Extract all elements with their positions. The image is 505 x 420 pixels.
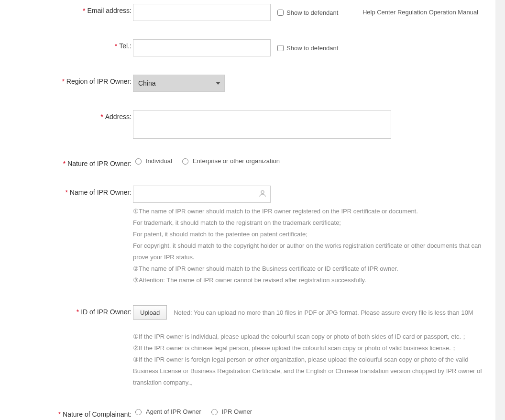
address-input[interactable] bbox=[133, 110, 391, 139]
chevron-down-icon bbox=[216, 82, 220, 85]
label-address: *Address: bbox=[0, 110, 133, 121]
name-input[interactable] bbox=[133, 186, 271, 203]
label-nature-complainant: *Nature of Complainant: bbox=[0, 408, 133, 418]
id-hints: ①If the IPR owner is individual, please … bbox=[133, 331, 492, 388]
nature-individual-label: Individual bbox=[146, 157, 172, 165]
user-icon bbox=[258, 189, 267, 199]
top-links: Help Center Regulation Operation Manual bbox=[362, 9, 478, 16]
show-to-defendant-tel-checkbox[interactable] bbox=[277, 45, 284, 51]
label-tel: *Tel.: bbox=[0, 39, 133, 50]
label-nature: *Nature of IPR Owner: bbox=[0, 157, 133, 167]
link-operation-manual[interactable]: Operation Manual bbox=[429, 9, 478, 16]
show-to-defendant-email[interactable]: Show to defendant bbox=[275, 8, 338, 17]
email-input[interactable] bbox=[133, 4, 271, 21]
show-to-defendant-email-checkbox[interactable] bbox=[277, 10, 284, 16]
label-id: *ID of IPR Owner: bbox=[0, 305, 133, 316]
complainant-agent-radio[interactable] bbox=[135, 409, 142, 415]
name-hints: ①The name of IPR owner should match to t… bbox=[133, 206, 492, 286]
upload-button[interactable]: Upload bbox=[133, 305, 167, 320]
vertical-scrollbar[interactable] bbox=[495, 0, 505, 420]
nature-individual-radio[interactable] bbox=[135, 158, 142, 165]
nature-enterprise-radio[interactable] bbox=[182, 158, 188, 165]
complainant-owner-label: IPR Owner bbox=[222, 408, 252, 415]
label-region: *Region of IPR Owner: bbox=[0, 75, 133, 85]
link-help-center[interactable]: Help Center bbox=[362, 9, 395, 16]
show-to-defendant-tel[interactable]: Show to defendant bbox=[275, 44, 338, 53]
nature-enterprise-label: Enterprise or other organization bbox=[193, 157, 280, 165]
svg-point-0 bbox=[261, 191, 264, 194]
upload-note: Noted: You can upload no more than 10 fi… bbox=[174, 309, 473, 316]
region-select[interactable]: China bbox=[133, 75, 225, 92]
tel-input[interactable] bbox=[133, 39, 271, 56]
link-regulation[interactable]: Regulation bbox=[397, 9, 427, 16]
complainant-agent-label: Agent of IPR Owner bbox=[146, 408, 201, 415]
label-name: *Name of IPR Owner: bbox=[0, 186, 133, 196]
region-selected-value: China bbox=[138, 79, 156, 87]
complainant-owner-radio[interactable] bbox=[211, 409, 218, 415]
label-email: *Email address: bbox=[0, 4, 133, 14]
